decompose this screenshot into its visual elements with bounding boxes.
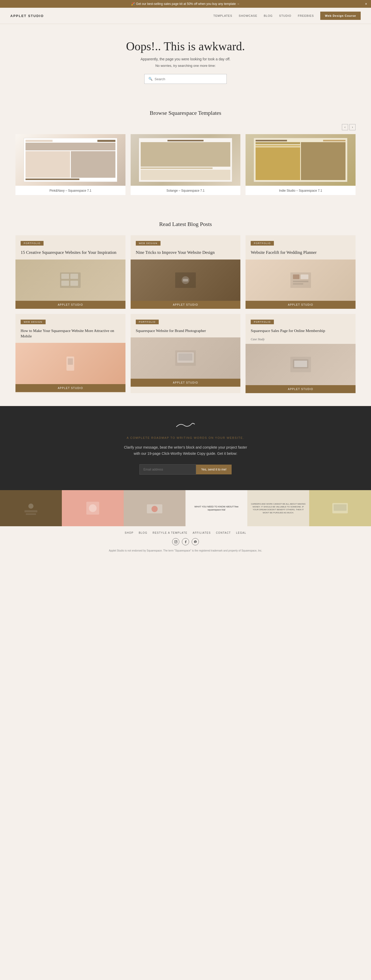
blog-image <box>16 259 125 301</box>
svg-rect-3 <box>61 281 69 286</box>
svg-rect-14 <box>68 358 73 365</box>
svg-rect-23 <box>26 513 36 515</box>
template-preview-pink-navy <box>16 134 125 186</box>
nav-showcase[interactable]: SHOWCASE <box>239 14 257 17</box>
instagram-item[interactable] <box>124 490 186 526</box>
template-card[interactable]: Solange – Squarespace 7.1 <box>131 134 241 195</box>
blog-card[interactable]: PORTFOLIO 15 Creative Squarespace Websit… <box>16 235 125 309</box>
blog-image <box>131 259 241 301</box>
blog-tag: PORTFOLIO <box>251 320 274 324</box>
facebook-icon[interactable] <box>182 538 189 545</box>
blog-tag: PORTFOLIO <box>136 320 159 324</box>
blog-card[interactable]: WEB DESIGN How to Make Your Squarespace … <box>16 314 125 393</box>
instagram-image <box>62 490 124 526</box>
search-icon: 🔍 <box>148 77 152 81</box>
instagram-icon[interactable] <box>172 538 179 545</box>
blog-card[interactable]: PORTFOLIO Website Facelift for Wedding P… <box>246 235 355 309</box>
blog-card[interactable]: WEB DESIGN Nine Tricks to Improve Your W… <box>131 235 241 309</box>
pinterest-icon[interactable] <box>192 538 199 545</box>
instagram-item[interactable] <box>62 490 124 526</box>
cta-logo-icon <box>10 422 361 431</box>
hero-section: Oops!.. This is awkward. Apparently, the… <box>0 24 371 97</box>
nav-freebies[interactable]: FREEBIES <box>298 14 314 17</box>
instagram-item[interactable]: CAREERS AND WORK CANNOT BE ALL ABOUT MAK… <box>247 490 309 526</box>
nav-links: TEMPLATES SHOWCASE BLOG STUDIO FREEBIES … <box>213 12 361 20</box>
page-heading: Oops!.. This is awkward. <box>5 40 366 53</box>
nav-blog[interactable]: BLOG <box>264 14 273 17</box>
instagram-item[interactable] <box>309 490 371 526</box>
footer-link-shop[interactable]: SHOP <box>125 531 133 534</box>
top-banner: 🎉 Get our best-selling sales page kit at… <box>0 0 371 8</box>
template-name: Indie Studio – Squarespace 7.1 <box>246 186 355 195</box>
nav-templates[interactable]: TEMPLATES <box>213 14 232 17</box>
cta-section: A COMPLETE ROADMAP TO WRITING WORDS ON Y… <box>0 406 371 490</box>
template-card[interactable]: Indie Studio – Squarespace 7.1 <box>246 134 355 195</box>
blog-title: Read Latest Blog Posts <box>16 221 355 228</box>
footer-link-restyle[interactable]: RESTYLE A TEMPLATE <box>152 531 187 534</box>
blog-footer: APPLET STUDIO <box>131 301 241 309</box>
templates-carousel: ‹ › <box>16 124 355 195</box>
blog-footer: APPLET STUDIO <box>246 385 355 393</box>
templates-grid: Pink&Navy – Squarespace 7.1 <box>16 134 355 195</box>
blog-tag: WEB DESIGN <box>21 320 46 324</box>
blog-card[interactable]: PORTFOLIO Squarespace Website for Brand … <box>131 314 241 393</box>
blog-post-title: Squarespace Website for Brand Photograph… <box>136 328 235 334</box>
close-icon[interactable]: × <box>365 2 367 6</box>
search-input[interactable] <box>155 77 223 81</box>
svg-point-27 <box>152 506 158 512</box>
instagram-item[interactable]: WHAT YOU NEED TO KNOW ABOUT free squares… <box>186 490 247 526</box>
nav-studio[interactable]: STUDIO <box>279 14 292 17</box>
cta-description: Clarify your message, beat the writer's … <box>121 444 250 457</box>
template-card[interactable]: Pink&Navy – Squarespace 7.1 <box>16 134 125 195</box>
email-input[interactable] <box>140 465 196 475</box>
blog-grid: PORTFOLIO 15 Creative Squarespace Websit… <box>16 235 355 393</box>
blog-image <box>16 343 125 384</box>
social-icons <box>5 538 366 545</box>
blog-section: Read Latest Blog Posts PORTFOLIO 15 Crea… <box>0 208 371 406</box>
instagram-image <box>124 490 186 526</box>
blog-footer: APPLET STUDIO <box>131 379 241 387</box>
svg-rect-30 <box>174 541 177 543</box>
cta-tagline: A COMPLETE ROADMAP TO WRITING WORDS ON Y… <box>10 436 361 439</box>
blog-tag: PORTFOLIO <box>251 241 274 246</box>
instagram-image <box>309 490 371 526</box>
instagram-caption: CAREERS AND WORK CANNOT BE ALL ABOUT MAK… <box>247 490 309 526</box>
svg-rect-10 <box>301 274 308 279</box>
navbar: APPLET STUDIO TEMPLATES SHOWCASE BLOG ST… <box>0 8 371 24</box>
cta-submit-button[interactable]: Yes, send it to me! <box>196 465 231 474</box>
blog-footer: APPLET STUDIO <box>246 301 355 309</box>
svg-rect-12 <box>293 283 303 285</box>
nav-cta-button[interactable]: Web Design Course <box>320 12 361 20</box>
footer-link-affiliates[interactable]: AFFILIATES <box>193 531 211 534</box>
blog-footer: APPLET STUDIO <box>16 384 125 392</box>
svg-rect-11 <box>293 281 308 282</box>
footer: SHOP BLOG RESTYLE A TEMPLATE AFFILIATES … <box>0 526 371 562</box>
hero-subtitle: Apparently, the page you were looking fo… <box>5 57 366 61</box>
hero-subtitle2: No worries, try searching one more time: <box>5 64 366 68</box>
footer-link-blog[interactable]: BLOG <box>139 531 147 534</box>
instagram-image <box>0 490 62 526</box>
svg-rect-7 <box>183 279 188 282</box>
blog-image <box>131 337 241 379</box>
svg-rect-29 <box>334 504 347 511</box>
blog-footer: APPLET STUDIO <box>16 301 125 309</box>
blog-card[interactable]: PORTFOLIO Squarespace Sales Page for Onl… <box>246 314 355 393</box>
blog-image <box>246 259 355 301</box>
blog-image <box>246 344 355 385</box>
svg-rect-1 <box>61 274 69 279</box>
footer-link-contact[interactable]: CONTACT <box>216 531 231 534</box>
footer-link-legal[interactable]: LEGAL <box>236 531 246 534</box>
carousel-prev-button[interactable]: ‹ <box>342 124 348 130</box>
blog-post-title: Website Facelift for Wedding Planner <box>251 250 350 256</box>
carousel-nav: ‹ › <box>16 124 355 130</box>
template-preview-indie-studio <box>246 134 355 186</box>
carousel-next-button[interactable]: › <box>349 124 355 130</box>
instagram-item[interactable] <box>0 490 62 526</box>
template-name: Solange – Squarespace 7.1 <box>131 186 241 195</box>
blog-post-title: Nine Tricks to Improve Your Website Desi… <box>136 250 235 256</box>
template-preview-solange <box>131 134 241 186</box>
blog-post-title: How to Make Your Squarespace Website Mor… <box>21 328 120 339</box>
instagram-caption: WHAT YOU NEED TO KNOW ABOUT free squares… <box>186 490 247 526</box>
svg-point-25 <box>89 504 97 512</box>
templates-section: Browse Squarespace Templates ‹ › <box>0 97 371 208</box>
